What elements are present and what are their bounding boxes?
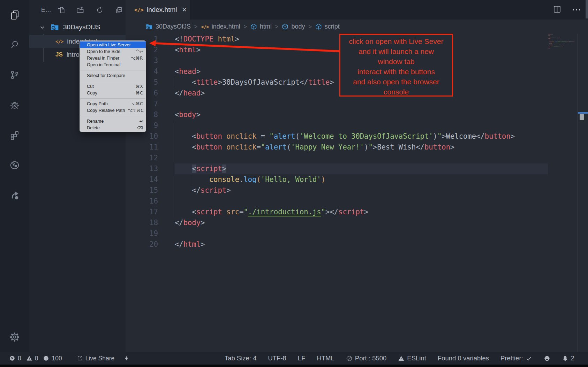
- status-item-port-5500[interactable]: Port : 5500: [346, 354, 387, 362]
- status-item-label: Prettier:: [500, 354, 523, 362]
- explorer-header: E…: [29, 5, 126, 15]
- warning-icon: [26, 355, 32, 361]
- line-number: 17: [126, 207, 158, 217]
- status-item-html[interactable]: HTML: [317, 354, 334, 362]
- menu-item-open-to-the-side[interactable]: Open to the Side^↩: [80, 48, 146, 55]
- breadcrumb-item-html[interactable]: html: [250, 23, 272, 30]
- menu-item-rename[interactable]: Rename↩: [80, 118, 146, 124]
- menu-separator: [80, 81, 145, 81]
- search-icon[interactable]: [9, 39, 20, 50]
- menu-item-copy[interactable]: Copy⌘C: [80, 90, 146, 96]
- line-number: 11: [126, 142, 158, 153]
- line-content: <title>30DaysOfJavaScript</title>: [158, 77, 334, 88]
- status-item-found-0-variables[interactable]: Found 0 variables: [438, 354, 489, 362]
- menu-item-select-for-compare[interactable]: Select for Compare: [80, 72, 146, 79]
- status-item-100[interactable]: 100: [43, 355, 62, 362]
- status-item-2[interactable]: 2: [562, 354, 574, 362]
- status-item-tab-size-4[interactable]: Tab Size: 4: [225, 354, 257, 362]
- code-line-14: 14 console.log('Hello, World'): [126, 174, 578, 185]
- more-actions-icon[interactable]: [573, 9, 580, 10]
- tab-close-icon[interactable]: ✕: [182, 6, 187, 14]
- line-content: [158, 120, 175, 131]
- tree-item-folder[interactable]: 30DaysOfJS: [29, 21, 126, 33]
- error-circle-icon: [9, 355, 15, 361]
- breadcrumb-item-script[interactable]: script: [315, 23, 340, 30]
- line-number: 12: [126, 153, 158, 163]
- menu-item-open-with-live-server[interactable]: Open with Live Server: [80, 41, 146, 48]
- status-item-lightning-icon[interactable]: [123, 355, 130, 361]
- breadcrumb-label: index.html: [212, 23, 240, 30]
- status-item-lf[interactable]: LF: [298, 354, 306, 362]
- code-line-9: 9: [126, 120, 578, 131]
- extensions-icon[interactable]: [9, 130, 20, 140]
- info-icon: [43, 355, 49, 361]
- gear-icon[interactable]: [9, 332, 20, 342]
- breadcrumb-item-body[interactable]: body: [282, 23, 305, 30]
- menu-item-label: Cut: [87, 84, 94, 89]
- status-item-0[interactable]: 0: [26, 355, 38, 362]
- menu-item-label: Open to the Side: [87, 49, 120, 54]
- menu-item-label: Delete: [87, 125, 100, 130]
- scrollbar-thumb[interactable]: [580, 114, 584, 120]
- page-scrollbar-thumb: [586, 0, 588, 18]
- new-file-icon[interactable]: [57, 6, 66, 15]
- explorer-icon[interactable]: [9, 10, 20, 20]
- menu-item-open-in-terminal[interactable]: Open in Terminal: [80, 61, 146, 68]
- split-editor-icon[interactable]: [553, 5, 561, 15]
- menu-item-copy-relative-path[interactable]: Copy Relative Path⌥⇧⌘C: [80, 107, 146, 114]
- status-item-0[interactable]: 0: [9, 355, 21, 362]
- status-item-live-share[interactable]: Live Share: [77, 355, 115, 362]
- menu-item-reveal-in-finder[interactable]: Reveal in Finder⌥⌘R: [80, 55, 146, 61]
- breadcrumb-label: html: [260, 23, 272, 30]
- status-item-eslint[interactable]: ESLint: [398, 354, 426, 362]
- refresh-icon[interactable]: [95, 6, 104, 15]
- menu-item-delete[interactable]: Delete⌫: [80, 124, 146, 131]
- status-item-utf-8[interactable]: UTF-8: [268, 354, 286, 362]
- menu-item-cut[interactable]: Cut⌘X: [80, 83, 146, 90]
- line-content: </html>: [158, 239, 205, 250]
- new-folder-icon[interactable]: [76, 6, 85, 15]
- status-item-prettier-[interactable]: Prettier:: [500, 354, 532, 362]
- share-icon[interactable]: [9, 190, 20, 200]
- breadcrumb-label: 30DaysOfJS: [156, 23, 191, 30]
- live-share-icon: [77, 355, 83, 361]
- cube-icon: [250, 23, 257, 30]
- menu-item-shortcut: ⌘X: [136, 84, 143, 89]
- smiley-icon: [544, 355, 550, 362]
- line-content: <script src="./introduction.js"></script…: [158, 207, 368, 217]
- line-content: <button onclick="alert('Happy New Year!'…: [548, 41, 570, 42]
- menu-item-copy-path[interactable]: Copy Path⌥⌘C: [80, 100, 146, 107]
- code-line-17: 17 <script src="./introduction.js"></scr…: [126, 207, 578, 217]
- line-content: [158, 55, 175, 66]
- code-line-18: 18</body>: [126, 217, 578, 228]
- code-line-15: 15 </script>: [126, 185, 578, 196]
- status-item-label: ESLint: [407, 354, 426, 362]
- status-item-label: Port : 5500: [355, 354, 387, 362]
- collapse-all-icon[interactable]: [114, 6, 123, 15]
- breadcrumb-item-30DaysOfJS[interactable]: 30DaysOfJS: [145, 23, 191, 30]
- status-item-smiley-icon[interactable]: [544, 355, 550, 362]
- js-file-icon: JS: [55, 51, 63, 58]
- line-content: <!DOCTYPE html>: [158, 34, 239, 45]
- tab-index-html[interactable]: </> index.html ✕: [126, 0, 190, 20]
- menu-item-shortcut: ⌘C: [136, 91, 143, 95]
- line-number: 13: [126, 163, 158, 174]
- activity-bar: [0, 0, 29, 352]
- line-content: [158, 99, 175, 109]
- status-item-label: UTF-8: [268, 354, 286, 362]
- code-line-12: 12: [126, 153, 578, 163]
- code-line-10: 10 <button onclick = "alert('Welcome to …: [126, 131, 578, 142]
- breadcrumb-item-index.html[interactable]: </>index.html: [201, 23, 240, 30]
- breadcrumb-label: body: [291, 23, 305, 30]
- folder-icon: [50, 23, 59, 32]
- line-number: 20: [126, 239, 158, 250]
- source-control-icon[interactable]: [9, 70, 20, 80]
- html-file-icon: </>: [55, 39, 63, 44]
- minimap[interactable]: 1<!DOCTYPE html>2<html>34<head>5 <title>…: [548, 35, 578, 76]
- status-item-label: Live Share: [85, 355, 115, 362]
- debug-icon[interactable]: [9, 100, 20, 110]
- code-line-20: 20</html>: [548, 48, 550, 49]
- annotation-text: console: [340, 87, 452, 97]
- line-content: </head>: [158, 88, 205, 99]
- remote-circle-icon[interactable]: [9, 160, 20, 170]
